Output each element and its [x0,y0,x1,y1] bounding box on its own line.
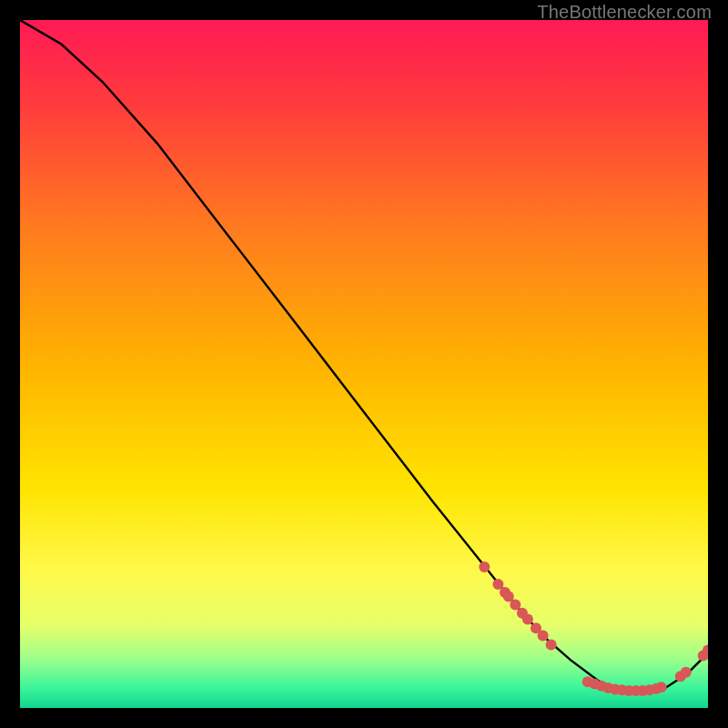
data-marker [656,682,667,693]
data-marker [681,667,692,678]
data-marker [538,631,549,642]
data-marker [546,639,557,650]
chart-root: TheBottlenecker.com [0,0,728,728]
bottleneck-chart [20,20,708,708]
data-marker [522,614,533,625]
plot-area [20,20,708,708]
gradient-background [20,20,708,708]
attribution-text: TheBottlenecker.com [537,2,712,23]
data-marker [479,561,490,572]
